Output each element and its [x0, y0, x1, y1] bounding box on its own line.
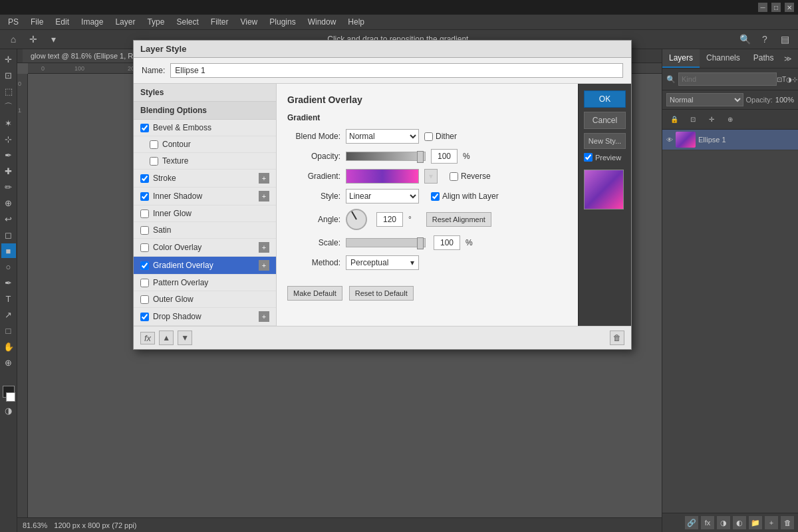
option-texture[interactable]: Texture [134, 153, 276, 170]
menu-image[interactable]: Image [76, 16, 108, 28]
option-outer-glow[interactable]: Outer Glow [134, 291, 276, 308]
tool-artboard[interactable]: ⊡ [1, 68, 16, 82]
tool-eraser[interactable]: ◻ [1, 227, 16, 242]
blend-mode-select[interactable]: Normal [666, 93, 743, 106]
layer-item[interactable]: 👁 Ellipse 1 [662, 130, 798, 150]
layer-style-dialog[interactable]: Layer Style Name: Styles Blending Option… [133, 40, 632, 350]
dither-checkbox[interactable] [424, 132, 433, 141]
reverse-checkbox-label[interactable]: Reverse [450, 172, 491, 181]
tab-paths[interactable]: Paths [747, 49, 781, 68]
layer-filter-icon[interactable]: ⊡ [777, 71, 782, 87]
tool-zoom[interactable]: ⊕ [1, 355, 16, 370]
option-contour[interactable]: Contour [134, 136, 276, 153]
panel-expand-icon[interactable]: ≫ [780, 51, 796, 66]
lock-pixels-icon[interactable]: ⊡ [685, 112, 701, 128]
align-layer-checkbox[interactable] [431, 192, 440, 201]
panel-arrange-icon[interactable]: ▤ [777, 31, 793, 47]
visibility-icon[interactable]: 👁 [666, 136, 673, 144]
reverse-checkbox[interactable] [450, 172, 458, 181]
gradient-dropdown-btn[interactable]: ▾ [424, 169, 438, 184]
add-group-icon[interactable]: 📁 [749, 516, 762, 529]
opacity-number[interactable]: 100 [431, 149, 458, 164]
help-icon[interactable]: ? [757, 31, 773, 47]
tool-brush[interactable]: ✏ [1, 180, 16, 194]
option-gradient-overlay[interactable]: Gradient Overlay + [134, 257, 276, 275]
add-adjustment-icon[interactable]: ◐ [733, 516, 746, 529]
move-down-btn[interactable]: ▼ [178, 331, 192, 345]
pattern-overlay-checkbox[interactable] [140, 279, 149, 287]
opacity-slider[interactable] [346, 152, 426, 161]
menu-filter[interactable]: Filter [205, 16, 234, 28]
dither-checkbox-label[interactable]: Dither [424, 132, 457, 141]
tool-eyedropper[interactable]: ✒ [1, 148, 16, 162]
stroke-add-btn[interactable]: + [259, 173, 269, 184]
option-color-overlay[interactable]: Color Overlay + [134, 239, 276, 257]
lock-icon[interactable]: 🔒 [666, 112, 682, 128]
options-chevron[interactable]: ▾ [45, 31, 61, 47]
background-color[interactable] [6, 392, 15, 402]
delete-style-btn[interactable]: 🗑 [610, 331, 624, 345]
contour-checkbox[interactable] [150, 140, 158, 149]
quick-mask[interactable]: ◑ [1, 403, 16, 418]
menu-layer[interactable]: Layer [110, 16, 140, 28]
tool-gradient[interactable]: ■ [1, 243, 16, 258]
option-drop-shadow[interactable]: Drop Shadow + [134, 308, 276, 326]
gradient-overlay-checkbox[interactable] [140, 261, 149, 270]
ok-button[interactable]: OK [584, 90, 626, 108]
tool-hand[interactable]: ✋ [1, 339, 16, 354]
tool-magic-wand[interactable]: ✶ [1, 116, 16, 130]
scale-slider[interactable] [346, 238, 426, 247]
menu-view[interactable]: View [235, 16, 263, 28]
menu-edit[interactable]: Edit [50, 16, 74, 28]
menu-file[interactable]: File [25, 16, 49, 28]
inner-shadow-checkbox[interactable] [140, 192, 149, 201]
menu-plugins[interactable]: Plugins [264, 16, 301, 28]
move-up-btn[interactable]: ▲ [159, 331, 174, 345]
tool-crop[interactable]: ⊹ [1, 132, 16, 146]
menu-select[interactable]: Select [171, 16, 203, 28]
color-overlay-checkbox[interactable] [140, 243, 149, 252]
option-inner-glow[interactable]: Inner Glow [134, 205, 276, 222]
tool-dodge[interactable]: ○ [1, 259, 16, 274]
gradient-swatch[interactable] [346, 169, 419, 184]
add-style-icon[interactable]: fx [701, 516, 714, 529]
option-stroke[interactable]: Stroke + [134, 170, 276, 188]
blend-mode-dropdown[interactable]: Normal [346, 129, 419, 144]
option-bevel-emboss[interactable]: Bevel & Emboss [134, 120, 276, 136]
menu-type[interactable]: Type [142, 16, 170, 28]
preview-row[interactable]: Preview [584, 153, 626, 162]
delete-layer-icon[interactable]: 🗑 [781, 516, 794, 529]
tool-history[interactable]: ↩ [1, 211, 16, 226]
add-layer-icon[interactable]: + [765, 516, 778, 529]
link-layers-icon[interactable]: 🔗 [685, 516, 698, 529]
tool-clone[interactable]: ⊕ [1, 196, 16, 210]
tab-layers[interactable]: Layers [662, 49, 700, 68]
align-layer-checkbox-label[interactable]: Align with Layer [431, 192, 499, 201]
layer-adj-icon[interactable]: ◑ [786, 71, 792, 87]
stroke-checkbox[interactable] [140, 174, 149, 183]
blending-options-header[interactable]: Blending Options [134, 102, 276, 120]
tool-move[interactable]: ✛ [1, 52, 16, 66]
menu-help[interactable]: Help [342, 16, 370, 28]
option-inner-shadow[interactable]: Inner Shadow + [134, 188, 276, 205]
inner-glow-checkbox[interactable] [140, 209, 149, 218]
reset-default-btn[interactable]: Reset to Default [349, 286, 414, 301]
tool-text[interactable]: T [1, 291, 16, 306]
option-pattern-overlay[interactable]: Pattern Overlay [134, 275, 276, 291]
move-tool-icon[interactable]: ✛ [25, 31, 41, 47]
tool-lasso[interactable]: ⌒ [1, 100, 16, 114]
layer-search-input[interactable] [678, 72, 777, 86]
reset-alignment-btn[interactable]: Reset Alignment [426, 212, 491, 227]
tool-marquee[interactable]: ⬚ [1, 84, 16, 98]
drop-shadow-checkbox[interactable] [140, 313, 149, 321]
inner-shadow-add-btn[interactable]: + [259, 191, 269, 201]
add-mask-icon[interactable]: ◑ [717, 516, 730, 529]
tool-pen[interactable]: ✒ [1, 275, 16, 290]
layer-smart-icon[interactable]: ⊹ [792, 71, 797, 87]
outer-glow-checkbox[interactable] [140, 295, 149, 304]
new-style-button[interactable]: New Sty... [584, 133, 626, 149]
style-dropdown[interactable]: Linear [346, 189, 419, 203]
lock-pos-icon[interactable]: ✛ [704, 112, 720, 128]
cancel-button[interactable]: Cancel [584, 112, 626, 129]
gradient-overlay-add-btn[interactable]: + [259, 260, 269, 271]
